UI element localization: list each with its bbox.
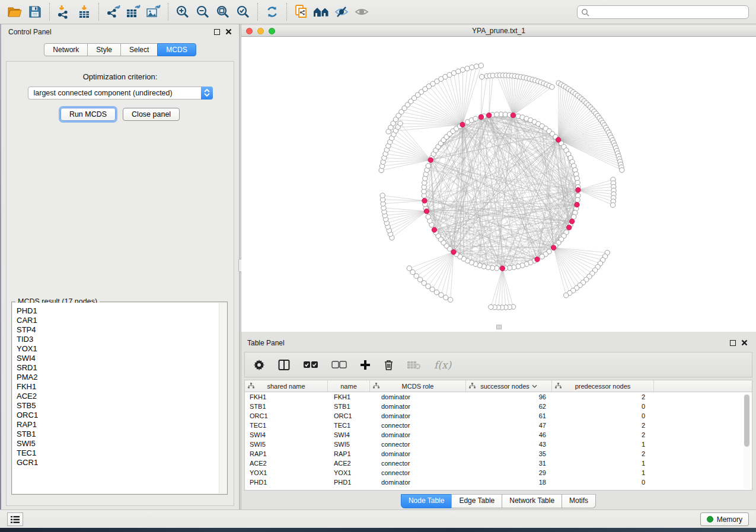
- network-window-titlebar[interactable]: YPA_prune.txt_1: [241, 25, 756, 37]
- mcds-hub-node[interactable]: [424, 209, 429, 213]
- table-row[interactable]: SWI5SWI5connector431: [245, 440, 752, 449]
- delete-column-button[interactable]: [384, 359, 394, 370]
- optimization-criterion-select[interactable]: largest connected component (undirected): [28, 86, 213, 100]
- table-scrollbar[interactable]: [744, 393, 751, 489]
- result-node-item[interactable]: SWI4: [17, 354, 227, 363]
- graph-node[interactable]: [426, 164, 430, 168]
- graph-node[interactable]: [448, 297, 452, 302]
- minimize-window-icon[interactable]: [257, 28, 264, 34]
- export-network-button[interactable]: [103, 2, 123, 21]
- result-node-item[interactable]: YOX1: [17, 344, 227, 354]
- graph-node[interactable]: [610, 203, 615, 207]
- mcds-hub-node[interactable]: [432, 227, 436, 232]
- graph-node[interactable]: [444, 295, 448, 300]
- graph-node[interactable]: [460, 68, 465, 72]
- zoom-in-button[interactable]: [173, 2, 193, 21]
- column-header-name[interactable]: name: [328, 380, 370, 392]
- split-view-button[interactable]: [278, 359, 290, 371]
- memory-button[interactable]: Memory: [700, 512, 749, 526]
- graph-node[interactable]: [495, 112, 499, 117]
- mcds-hub-node[interactable]: [460, 122, 465, 127]
- graph-node[interactable]: [479, 74, 484, 79]
- mcds-result-list[interactable]: PHD1CAR1STP4TID3YOX1SWI4SRD1PMA2FKH1ACE2…: [12, 303, 227, 493]
- mcds-hub-node[interactable]: [567, 225, 572, 230]
- deselect-all-button[interactable]: [331, 361, 347, 369]
- graph-node[interactable]: [473, 116, 478, 121]
- mcds-hub-node[interactable]: [451, 249, 456, 254]
- result-node-item[interactable]: PHD1: [17, 306, 227, 316]
- maximize-window-icon[interactable]: [269, 28, 275, 34]
- run-mcds-button[interactable]: Run MCDS: [60, 108, 116, 121]
- result-node-item[interactable]: RAP1: [17, 420, 227, 430]
- mcds-hub-node[interactable]: [479, 114, 483, 119]
- graph-node[interactable]: [407, 266, 412, 271]
- result-node-item[interactable]: STP4: [17, 325, 227, 335]
- result-node-item[interactable]: SRD1: [17, 363, 227, 373]
- graph-node[interactable]: [426, 214, 430, 219]
- zoom-selected-button[interactable]: [233, 2, 253, 21]
- close-panel-icon[interactable]: [225, 28, 232, 35]
- result-node-item[interactable]: ACE2: [17, 392, 227, 401]
- graph-node[interactable]: [572, 214, 576, 219]
- graph-node[interactable]: [470, 65, 474, 70]
- table-body[interactable]: FKH1FKH1dominator962STB1STB1dominator620…: [245, 392, 752, 487]
- select-all-button[interactable]: [303, 361, 318, 369]
- mcds-hub-node[interactable]: [575, 202, 579, 207]
- mcds-hub-node[interactable]: [428, 158, 433, 162]
- graph-node[interactable]: [540, 254, 544, 259]
- open-file-button[interactable]: [5, 2, 25, 21]
- graph-node[interactable]: [410, 270, 415, 274]
- canvas-resize-handle[interactable]: [496, 325, 502, 329]
- export-table-button[interactable]: [123, 2, 143, 21]
- mcds-hub-node[interactable]: [576, 188, 580, 193]
- hide-selected-button[interactable]: [331, 2, 352, 21]
- column-header-predecessor-nodes[interactable]: predecessor nodes: [552, 380, 654, 392]
- refresh-button[interactable]: [262, 2, 282, 21]
- result-node-item[interactable]: PMA2: [17, 373, 227, 382]
- graph-node[interactable]: [430, 287, 435, 291]
- table-row[interactable]: PHD1PHD1dominator180: [245, 477, 752, 487]
- tab-network[interactable]: Network: [44, 43, 88, 56]
- add-column-button[interactable]: [360, 360, 371, 370]
- network-graph[interactable]: [241, 37, 756, 331]
- tab-node-table[interactable]: Node Table: [401, 494, 452, 508]
- result-node-item[interactable]: GCR1: [17, 458, 227, 467]
- new-network-from-selection-button[interactable]: [291, 2, 311, 21]
- graph-node[interactable]: [474, 64, 479, 69]
- table-row[interactable]: STB1STB1dominator620: [245, 402, 752, 411]
- mcds-hub-node[interactable]: [422, 198, 427, 203]
- close-table-panel-icon[interactable]: [741, 339, 748, 346]
- table-row[interactable]: RAP1RAP1dominator352: [245, 449, 752, 459]
- mcds-hub-node[interactable]: [569, 219, 574, 224]
- zoom-out-button[interactable]: [193, 2, 213, 21]
- graph-node[interactable]: [575, 197, 580, 202]
- result-node-item[interactable]: ORC1: [17, 411, 227, 420]
- graph-node[interactable]: [422, 281, 426, 286]
- table-row[interactable]: ACE2ACE2connector311: [245, 459, 752, 468]
- table-row[interactable]: SWI4SWI4dominator462: [245, 430, 752, 440]
- mcds-hub-node[interactable]: [535, 257, 540, 262]
- tab-edge-table[interactable]: Edge Table: [451, 494, 502, 508]
- mcds-hub-node[interactable]: [556, 137, 560, 142]
- result-node-item[interactable]: STB1: [17, 430, 227, 439]
- graph-node[interactable]: [398, 121, 403, 126]
- graph-node[interactable]: [563, 293, 568, 297]
- graph-node[interactable]: [550, 85, 554, 89]
- column-header-MCDS-role[interactable]: MCDS role: [370, 380, 466, 392]
- table-row[interactable]: ORC1ORC1dominator610: [245, 411, 752, 421]
- tab-mcds[interactable]: MCDS: [157, 43, 196, 56]
- graph-node[interactable]: [465, 66, 470, 70]
- table-settings-button[interactable]: [253, 359, 265, 371]
- column-header-shared-name[interactable]: shared name: [245, 380, 328, 392]
- result-node-item[interactable]: TEC1: [17, 448, 227, 458]
- result-node-item[interactable]: STB5: [17, 401, 227, 411]
- graph-node[interactable]: [417, 277, 422, 282]
- graph-node[interactable]: [479, 63, 483, 68]
- tab-style[interactable]: Style: [87, 43, 121, 56]
- result-node-item[interactable]: TID3: [17, 335, 227, 344]
- result-list-scrollbar[interactable]: [219, 303, 227, 493]
- graph-node[interactable]: [489, 305, 493, 309]
- close-panel-button[interactable]: Close panel: [123, 108, 180, 121]
- table-row[interactable]: FKH1FKH1dominator962: [245, 392, 752, 402]
- save-session-button[interactable]: [25, 2, 45, 21]
